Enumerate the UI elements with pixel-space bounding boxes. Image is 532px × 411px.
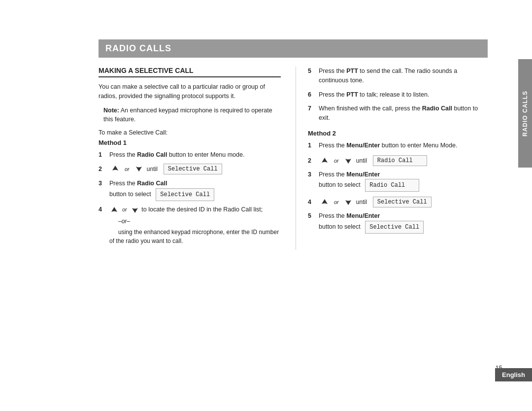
m2-step3: 3 Press the Menu/Enter button to select …	[308, 170, 488, 192]
m2-step4-lcd: Selective Call	[373, 197, 432, 207]
sub-text: using the enhanced keypad microphone, en…	[109, 229, 279, 245]
two-col-layout: MAKING A SELECTIVE CALL You can make a s…	[99, 67, 488, 250]
m1-step1: 1 Press the Radio Call button to enter M…	[99, 150, 281, 160]
arrow-up-icon2	[109, 205, 119, 215]
note-content: An enhanced keypad microphone is require…	[103, 107, 272, 123]
m2-step5-lcd: Selective Call	[365, 221, 424, 234]
m2-step4-arrow-up	[320, 197, 330, 207]
m2-step2-lcd: Radio Call	[373, 155, 427, 166]
intro-text: You can make a selective call to a parti…	[99, 82, 281, 101]
english-tab: English	[495, 368, 532, 381]
m1-step2-lcd: Selective Call	[164, 164, 222, 174]
chapter-header: RADIO CALLS	[99, 39, 488, 58]
note-label: Note:	[103, 107, 119, 114]
m2-step4-arrow-down	[343, 197, 353, 207]
right-column: 5 Press the PTT to send the call. The ra…	[296, 67, 488, 250]
side-tab-text: RADIO CALLS	[522, 91, 529, 137]
r-step6: 6 Press the PTT to talk; release it to l…	[308, 90, 488, 100]
m1-step3: 3 Press the Radio Call button to select …	[99, 179, 281, 201]
m2-step4: 4 or until Selective Call	[308, 197, 488, 207]
m1-step4: 4 or to locate the desired ID in the Rad…	[99, 205, 281, 246]
m2-step2: 2 or until Radio Call	[308, 155, 488, 166]
method1-title: Method 1	[99, 139, 281, 146]
m1-step3-lcd: Selective Call	[156, 188, 214, 201]
method2-title: Method 2	[308, 130, 488, 137]
m2-step3-lcd: Radio Call	[365, 179, 419, 192]
or-line: –or–	[118, 217, 281, 226]
m1-step2: 2 or until Selective Call	[99, 164, 281, 175]
note-paragraph: Note: An enhanced keypad microphone is r…	[99, 106, 281, 125]
m2-step1: 1 Press the Menu/Enter button to enter M…	[308, 141, 488, 150]
main-content: RADIO CALLS MAKING A SELECTIVE CALL You …	[99, 39, 507, 250]
section-title: MAKING A SELECTIVE CALL	[99, 67, 281, 77]
arrow-down-icon	[134, 164, 144, 175]
m2-arrow-up	[320, 156, 330, 166]
m2-arrow-down	[343, 156, 353, 166]
arrow-down-icon2	[130, 205, 140, 215]
r-step5: 5 Press the PTT to send the call. The ra…	[308, 67, 488, 85]
to-make-text: To make a Selective Call:	[99, 129, 281, 136]
left-column: MAKING A SELECTIVE CALL You can make a s…	[99, 67, 281, 250]
m2-step5: 5 Press the Menu/Enter button to select …	[308, 211, 488, 234]
page-container: RADIO CALLS English 15 RADIO CALLS MAKIN…	[0, 0, 532, 411]
arrow-up-icon	[110, 164, 120, 175]
side-tab: RADIO CALLS	[518, 59, 532, 168]
chapter-title: RADIO CALLS	[105, 43, 171, 53]
r-step7: 7 When finished with the call, press the…	[308, 104, 488, 123]
